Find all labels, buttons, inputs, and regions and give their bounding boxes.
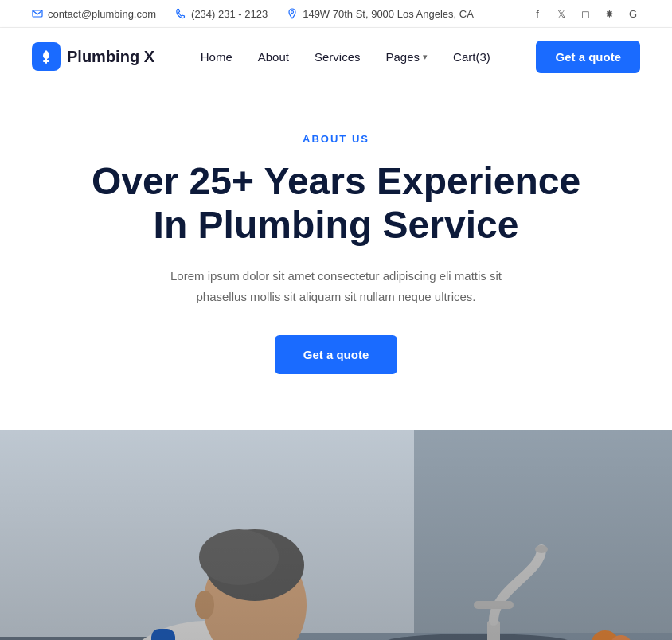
chevron-down-icon: ▾ [423, 52, 428, 62]
topbar-left: contact@plumbing.com (234) 231 - 2123 14… [32, 8, 474, 20]
facebook-icon[interactable]: f [530, 6, 545, 21]
plumber-scene-svg [0, 430, 672, 640]
google-icon[interactable]: G [626, 6, 640, 21]
phone-icon [175, 8, 186, 19]
twitter-icon[interactable]: 𝕏 [554, 6, 568, 21]
logo[interactable]: Plumbing X [32, 42, 154, 71]
logo-icon [32, 42, 61, 71]
nav-about[interactable]: About [258, 50, 289, 64]
hero-title-line2: In Plumbing Service [154, 204, 519, 246]
instagram-icon[interactable]: ◻ [578, 6, 592, 21]
hero-title: Over 25+ Years Experience In Plumbing Se… [32, 159, 640, 247]
nav-pages[interactable]: Pages ▾ [386, 50, 428, 64]
nav-services[interactable]: Services [315, 50, 361, 64]
main-nav: Home About Services Pages ▾ Cart(3) [201, 50, 490, 64]
hero-description: Lorem ipsum dolor sit amet consectetur a… [153, 266, 519, 306]
address-text: 149W 70th St, 9000 Los Angeles, CA [303, 8, 474, 20]
email-icon [32, 8, 43, 19]
address-item: 149W 70th St, 9000 Los Angeles, CA [287, 8, 474, 20]
email-text: contact@plumbing.com [48, 8, 156, 20]
hero-subtitle: ABOUT US [32, 133, 640, 145]
hero-title-line1: Over 25+ Years Experience [92, 160, 580, 202]
nav-cart[interactable]: Cart(3) [453, 50, 490, 64]
header: Plumbing X Home About Services Pages ▾ C… [0, 28, 672, 85]
phone-item: (234) 231 - 2123 [175, 8, 268, 20]
phone-text: (234) 231 - 2123 [191, 8, 268, 20]
nav-pages-label: Pages [386, 50, 420, 64]
location-icon [287, 8, 298, 19]
topbar: contact@plumbing.com (234) 231 - 2123 14… [0, 0, 672, 28]
yelp-icon[interactable]: ✸ [602, 6, 616, 21]
svg-point-1 [291, 11, 294, 14]
svg-rect-24 [0, 430, 672, 640]
social-links: f 𝕏 ◻ ✸ G [530, 6, 640, 21]
hero-cta-button[interactable]: Get a quote [275, 335, 398, 374]
logo-text: Plumbing X [67, 48, 154, 66]
nav-home[interactable]: Home [201, 50, 232, 64]
email-item: contact@plumbing.com [32, 8, 156, 20]
hero-section: ABOUT US Over 25+ Years Experience In Pl… [0, 85, 672, 430]
header-cta-button[interactable]: Get a quote [536, 41, 640, 73]
hero-image [0, 430, 672, 640]
